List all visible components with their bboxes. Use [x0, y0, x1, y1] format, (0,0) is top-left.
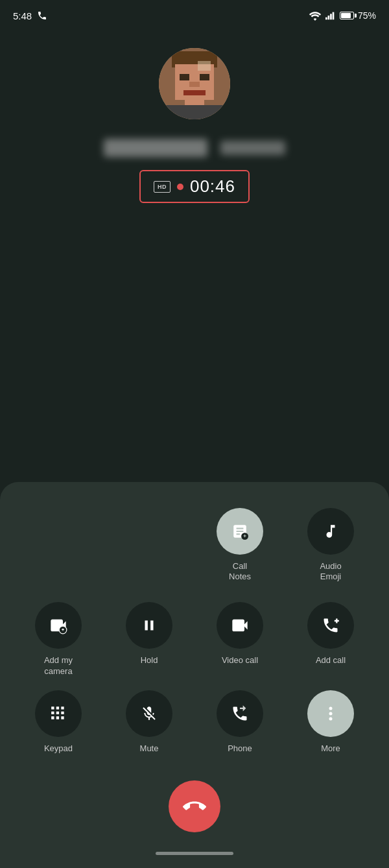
battery-icon — [340, 12, 354, 19]
mute-label: Mute — [140, 743, 159, 754]
call-timer: HD 00:46 — [139, 170, 250, 203]
more-label: More — [321, 743, 340, 754]
battery-percent: 75% — [358, 10, 376, 21]
contact-name-area — [104, 139, 285, 157]
hold-cell: Hold — [104, 596, 194, 684]
add-call-cell: Add call — [285, 596, 376, 684]
svg-rect-2 — [330, 14, 332, 19]
svg-point-17 — [329, 707, 333, 710]
phone-switch-button[interactable] — [217, 690, 263, 737]
avatar — [159, 48, 230, 119]
keypad-button[interactable] — [35, 690, 82, 737]
audio-emoji-button[interactable] — [307, 508, 354, 555]
contact-name-blur — [104, 139, 207, 157]
video-call-label: Video call — [222, 655, 258, 666]
phone-active-icon — [37, 10, 47, 21]
svg-rect-14 — [159, 48, 230, 119]
call-notes-icon — [231, 523, 248, 540]
more-button[interactable] — [307, 690, 354, 737]
end-call-area — [13, 761, 376, 845]
middle-row-buttons: Add mycamera Hold Video call — [13, 596, 376, 684]
status-bar: 5:48 75% — [0, 0, 389, 29]
keypad-cell: Keypad — [13, 684, 104, 761]
status-right: 75% — [309, 10, 376, 21]
hold-icon — [141, 617, 158, 634]
end-call-button[interactable] — [169, 780, 220, 832]
mute-button[interactable] — [126, 690, 172, 737]
home-indicator — [13, 845, 376, 868]
add-camera-cell: Add mycamera — [13, 596, 104, 684]
audio-emoji-label: AudioEmoji — [320, 561, 341, 583]
end-call-icon — [183, 795, 206, 818]
add-camera-button[interactable] — [35, 602, 82, 649]
bottom-panel: CallNotes AudioEmoji Add mycamera — [0, 482, 389, 868]
svg-rect-3 — [333, 12, 335, 20]
home-bar — [156, 852, 233, 855]
top-row-buttons: CallNotes AudioEmoji — [13, 501, 376, 590]
hd-badge: HD — [154, 181, 171, 193]
video-call-icon — [231, 616, 249, 634]
recording-indicator — [177, 184, 183, 190]
keypad-label: Keypad — [44, 743, 73, 754]
call-notes-button[interactable] — [217, 508, 263, 555]
signal-icon — [325, 11, 336, 20]
video-call-button[interactable] — [217, 602, 263, 649]
mute-icon — [141, 705, 158, 722]
more-cell: More — [285, 684, 376, 761]
phone-switch-icon — [231, 705, 249, 723]
add-call-button[interactable] — [307, 602, 354, 649]
hold-label: Hold — [141, 655, 158, 666]
hold-button[interactable] — [126, 602, 172, 649]
keypad-icon — [50, 705, 67, 722]
contact-area: HD 00:46 — [0, 29, 389, 203]
timer-display: 00:46 — [190, 176, 235, 197]
phone-switch-cell: Phone — [194, 684, 285, 761]
avatar-image — [159, 48, 230, 119]
bottom-row-buttons: Keypad Mute Phone — [13, 684, 376, 761]
wifi-icon — [309, 11, 322, 21]
contact-detail-blur — [220, 141, 285, 155]
time-display: 5:48 — [13, 10, 32, 21]
mute-cell: Mute — [104, 684, 194, 761]
more-icon — [329, 705, 333, 722]
add-camera-label: Add mycamera — [44, 655, 73, 677]
svg-rect-0 — [325, 18, 327, 20]
audio-emoji-icon — [322, 523, 339, 540]
audio-emoji-cell: AudioEmoji — [285, 501, 376, 590]
add-camera-icon — [49, 616, 67, 634]
call-notes-cell: CallNotes — [194, 501, 285, 590]
svg-point-19 — [329, 717, 333, 721]
add-call-icon — [322, 616, 340, 634]
video-call-cell: Video call — [194, 596, 285, 684]
status-left: 5:48 — [13, 10, 47, 21]
svg-point-18 — [329, 712, 333, 716]
call-notes-label: CallNotes — [229, 561, 251, 583]
svg-rect-1 — [328, 16, 330, 19]
phone-switch-label: Phone — [228, 743, 252, 754]
add-call-label: Add call — [316, 655, 346, 666]
